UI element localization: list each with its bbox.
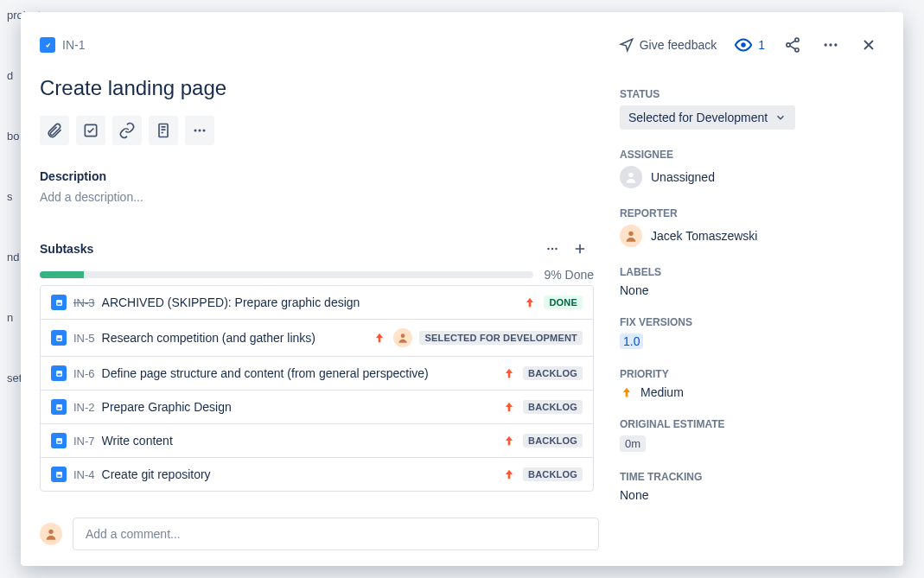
svg-point-19 (401, 333, 405, 338)
subtask-status-badge: BACKLOG (523, 467, 583, 481)
subtask-status-badge: DONE (544, 295, 583, 309)
subtask-row[interactable]: IN-5 Research competition (and gather li… (41, 320, 593, 357)
subtask-title: Create git repository (102, 467, 495, 481)
estimate-value: 0m (620, 435, 646, 452)
more-actions-button[interactable] (817, 31, 844, 59)
subtask-status-badge: BACKLOG (523, 400, 583, 414)
svg-point-4 (825, 43, 827, 46)
subtask-row[interactable]: IN-3 ARCHIVED (SKIPPED): Prepare graphic… (41, 286, 593, 320)
issue-main: Create landing page Desc (21, 12, 620, 566)
subtask-key: IN-6 (73, 367, 95, 380)
assignee-field[interactable]: Unassigned (620, 166, 883, 188)
priority-value: Medium (640, 385, 684, 399)
svg-rect-16 (57, 302, 61, 304)
task-type-icon (40, 37, 55, 53)
watchers-button[interactable]: 1 (730, 32, 768, 58)
subtask-assignee-avatar (393, 328, 412, 347)
svg-point-0 (741, 42, 746, 48)
issue-sidebar: STATUS Selected for Development ASSIGNEE… (620, 12, 903, 566)
subtasks-list: IN-3 ARCHIVED (SKIPPED): Prepare graphic… (40, 285, 594, 492)
subtask-type-icon (51, 467, 67, 482)
page-button[interactable] (149, 116, 178, 145)
subtask-row[interactable]: IN-6 Define page structure and content (… (41, 357, 593, 391)
feedback-button[interactable]: Give feedback (615, 34, 721, 56)
description-label: Description (40, 169, 594, 183)
svg-rect-18 (57, 338, 61, 340)
subtask-title: Prepare Graphic Design (102, 400, 495, 414)
subtask-type-icon (51, 330, 67, 346)
labels-value[interactable]: None (620, 283, 883, 297)
description-field[interactable]: Add a description... (40, 190, 594, 204)
issue-title[interactable]: Create landing page (40, 76, 599, 100)
subtask-title: Write content (102, 434, 495, 448)
priority-field[interactable]: Medium (620, 385, 883, 399)
priority-high-icon (373, 331, 386, 345)
priority-high-icon (502, 366, 516, 380)
add-subtask-button[interactable] (566, 235, 594, 263)
attach-button[interactable] (40, 116, 69, 145)
subtask-row[interactable]: IN-2 Prepare Graphic Design BACKLOG (41, 391, 593, 424)
estimate-label: ORIGINAL ESTIMATE (620, 418, 883, 430)
svg-rect-21 (57, 373, 61, 375)
subtask-key: IN-2 (73, 401, 95, 414)
svg-rect-23 (57, 407, 61, 409)
assignee-label: ASSIGNEE (620, 149, 883, 161)
issue-modal: IN-1 Give feedback 1 Create landing page (21, 12, 903, 566)
subtask-row[interactable]: IN-4 Create git repository BACKLOG (41, 458, 593, 491)
fixversions-field[interactable]: 1.0 (620, 333, 883, 349)
svg-point-9 (194, 130, 197, 132)
priority-label: PRIORITY (620, 368, 883, 380)
svg-point-5 (829, 43, 832, 46)
close-button[interactable] (855, 31, 883, 59)
subtask-status-badge: BACKLOG (523, 434, 583, 448)
watch-count: 1 (758, 38, 765, 52)
subtask-type-icon (51, 295, 67, 310)
subtask-key: IN-5 (73, 332, 95, 345)
status-dropdown[interactable]: Selected for Development (620, 105, 795, 130)
subtask-title: Research competition (and gather links) (102, 331, 366, 345)
tracking-label: TIME TRACKING (620, 471, 883, 483)
subtasks-more-button[interactable] (538, 235, 566, 263)
svg-rect-25 (57, 441, 61, 442)
svg-point-10 (199, 130, 201, 132)
share-button[interactable] (779, 31, 806, 59)
reporter-field[interactable]: Jacek Tomaszewski (620, 225, 883, 247)
subtask-status-badge: BACKLOG (523, 366, 583, 380)
svg-point-11 (203, 130, 206, 132)
priority-high-icon (502, 400, 516, 414)
current-user-avatar (40, 523, 62, 545)
estimate-field[interactable]: 0m (620, 435, 883, 452)
subtask-key: IN-3 (73, 296, 95, 309)
subtask-title: ARCHIVED (SKIPPED): Prepare graphic desi… (102, 295, 517, 309)
svg-point-30 (628, 232, 633, 236)
reporter-value: Jacek Tomaszewski (651, 229, 757, 243)
subtask-type-icon (51, 399, 67, 415)
svg-point-14 (555, 248, 558, 251)
link-button[interactable] (112, 116, 142, 145)
unassigned-avatar-icon (620, 166, 642, 188)
issue-key: IN-1 (62, 38, 85, 52)
svg-point-6 (834, 43, 837, 46)
issue-key-breadcrumb[interactable]: IN-1 (40, 37, 85, 53)
subtask-type-icon (51, 433, 67, 448)
add-checklist-button[interactable] (76, 116, 105, 145)
toolbar-more-button[interactable] (185, 116, 214, 145)
labels-label: LABELS (620, 266, 883, 278)
assignee-value: Unassigned (651, 170, 715, 184)
subtask-status-badge: SELECTED FOR DEVELOPMENT (419, 331, 583, 345)
priority-high-icon (523, 295, 537, 309)
subtask-row[interactable]: IN-7 Write content BACKLOG (41, 424, 593, 458)
subtask-key: IN-7 (73, 435, 95, 448)
modal-header: IN-1 Give feedback 1 (40, 31, 883, 59)
priority-medium-icon (620, 385, 634, 399)
comment-area (40, 505, 599, 566)
reporter-label: REPORTER (620, 207, 883, 219)
progress-text: 9% Done (544, 268, 594, 282)
feedback-label: Give feedback (640, 38, 717, 52)
comment-input[interactable] (73, 518, 599, 550)
subtask-key: IN-4 (73, 468, 95, 481)
subtask-type-icon (51, 365, 67, 381)
status-value: Selected for Development (628, 111, 768, 124)
content-toolbar (40, 116, 599, 145)
tracking-value[interactable]: None (620, 488, 883, 502)
